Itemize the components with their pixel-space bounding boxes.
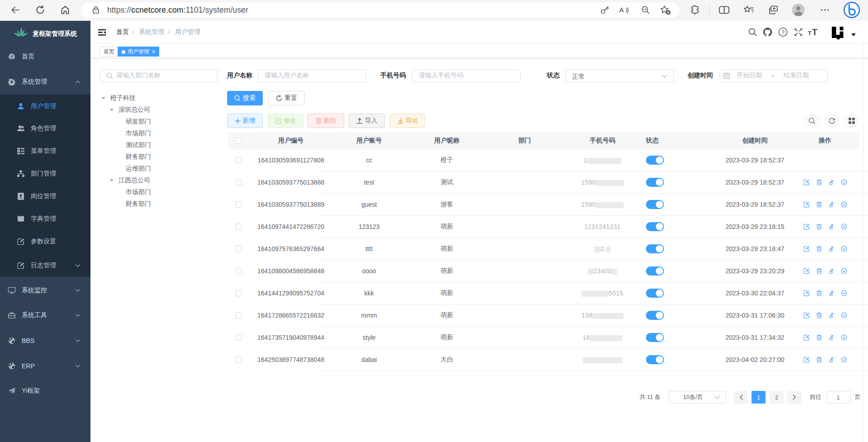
svg-text:T: T (812, 28, 817, 37)
svg-text:?: ? (782, 29, 785, 36)
svg-text:A: A (619, 6, 624, 14)
svg-text:T: T (808, 30, 811, 37)
